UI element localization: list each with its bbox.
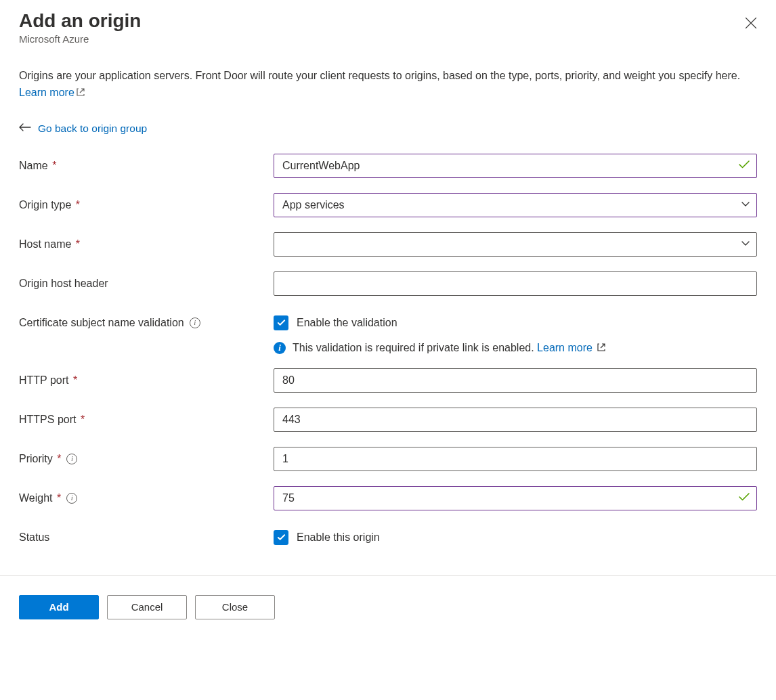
- status-label: Status: [19, 531, 274, 544]
- description-learn-more-link[interactable]: Learn more: [19, 87, 85, 98]
- status-checkbox[interactable]: [274, 530, 288, 545]
- back-arrow-icon: [19, 123, 31, 135]
- info-icon[interactable]: i: [66, 454, 77, 464]
- host-name-label: Host name *: [19, 238, 274, 250]
- weight-input[interactable]: [274, 486, 757, 510]
- close-button[interactable]: Close: [195, 595, 275, 619]
- origin-host-header-label: Origin host header: [19, 278, 274, 290]
- page-title: Add an origin: [19, 10, 141, 32]
- cert-info-learn-more-link[interactable]: Learn more: [537, 342, 606, 353]
- back-to-origin-group-link[interactable]: Go back to origin group: [38, 123, 147, 135]
- http-port-label: HTTP port *: [19, 374, 274, 387]
- origin-host-header-input[interactable]: [274, 271, 757, 296]
- external-link-icon: [76, 85, 85, 102]
- description-text: Origins are your application servers. Fr…: [19, 68, 757, 102]
- origin-type-label: Origin type *: [19, 199, 274, 211]
- add-button[interactable]: Add: [19, 595, 99, 619]
- origin-type-select[interactable]: App services: [274, 193, 757, 217]
- info-badge-icon: i: [274, 342, 286, 354]
- host-name-select[interactable]: [274, 232, 757, 257]
- name-label: Name *: [19, 160, 274, 172]
- cancel-button[interactable]: Cancel: [107, 595, 187, 619]
- cert-info-text: This validation is required if private l…: [293, 342, 537, 353]
- close-icon[interactable]: [745, 10, 757, 32]
- http-port-input[interactable]: [274, 368, 757, 393]
- https-port-input[interactable]: [274, 408, 757, 432]
- page-subtitle: Microsoft Azure: [19, 33, 141, 45]
- status-checkbox-label: Enable this origin: [297, 531, 380, 544]
- priority-label: Priority * i: [19, 453, 274, 465]
- cert-validation-checkbox-label: Enable the validation: [297, 317, 397, 329]
- cert-validation-info-message: i This validation is required if private…: [274, 342, 757, 355]
- https-port-label: HTTPS port *: [19, 414, 274, 426]
- info-icon[interactable]: i: [190, 318, 200, 328]
- name-input[interactable]: [274, 154, 757, 178]
- external-link-icon: [597, 343, 606, 355]
- priority-input[interactable]: [274, 447, 757, 471]
- description-body: Origins are your application servers. Fr…: [19, 70, 740, 81]
- info-icon[interactable]: i: [66, 493, 77, 504]
- cert-validation-checkbox[interactable]: [274, 315, 288, 330]
- cert-validation-label: Certificate subject name validation i: [19, 317, 274, 329]
- weight-label: Weight * i: [19, 492, 274, 504]
